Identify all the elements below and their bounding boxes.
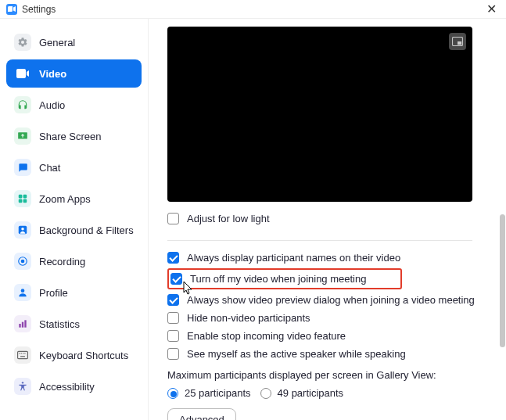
sidebar-item-label: Chat xyxy=(39,162,60,174)
option-label: Always show video preview dialog when jo… xyxy=(187,294,475,306)
share-screen-icon xyxy=(14,127,31,145)
sidebar-item-share-screen[interactable]: Share Screen xyxy=(6,122,142,150)
option-see-myself[interactable]: See myself as the active speaker while s… xyxy=(167,348,487,360)
sidebar-item-zoom-apps[interactable]: Zoom Apps xyxy=(6,185,142,213)
svg-rect-16 xyxy=(24,353,25,354)
sidebar-item-background[interactable]: Background & Filters xyxy=(6,216,142,244)
radio-label: 49 participants xyxy=(278,387,344,399)
option-label: Hide non-video participants xyxy=(187,312,310,324)
radio-option-49[interactable]: 49 participants xyxy=(260,387,344,399)
sidebar-item-label: Recording xyxy=(39,256,85,267)
checkbox-see-myself[interactable] xyxy=(167,348,179,360)
option-label: Always display participant names on thei… xyxy=(187,252,400,264)
chat-icon xyxy=(14,159,31,176)
option-stop-incoming[interactable]: Enable stop incoming video feature xyxy=(167,330,487,342)
svg-rect-0 xyxy=(19,195,23,199)
radio-49[interactable] xyxy=(260,388,271,399)
checkbox-hide-non-video[interactable] xyxy=(167,312,179,324)
radio-option-25[interactable]: 25 participants xyxy=(167,387,251,399)
option-adjust-low-light[interactable]: Adjust for low light xyxy=(167,213,487,224)
checkbox-display-names[interactable] xyxy=(167,252,179,264)
sidebar-item-label: Share Screen xyxy=(39,131,102,142)
svg-rect-13 xyxy=(19,353,20,354)
option-display-names[interactable]: Always display participant names on thei… xyxy=(167,252,487,264)
sidebar-item-label: Audio xyxy=(39,99,65,111)
option-label: Enable stop incoming video feature xyxy=(187,330,346,342)
sidebar-item-video[interactable]: Video xyxy=(6,59,142,88)
statistics-icon xyxy=(14,315,31,332)
svg-rect-3 xyxy=(23,199,27,203)
svg-rect-12 xyxy=(18,351,28,358)
svg-rect-17 xyxy=(20,356,25,357)
sidebar-item-label: Zoom Apps xyxy=(39,193,91,205)
sidebar-item-general[interactable]: General xyxy=(6,28,142,56)
content-panel: Adjust for low light Always display part… xyxy=(149,19,506,420)
keyboard-icon xyxy=(14,346,31,364)
option-label: Turn off my video when joining meeting xyxy=(190,273,366,285)
svg-rect-1 xyxy=(23,195,27,199)
headphones-icon xyxy=(14,96,31,113)
sidebar: General Video Audio Share Screen Chat xyxy=(0,19,149,420)
accessibility-icon xyxy=(14,378,31,395)
svg-point-8 xyxy=(21,289,25,293)
sidebar-item-chat[interactable]: Chat xyxy=(6,153,142,181)
svg-rect-20 xyxy=(458,41,461,45)
checkbox-stop-incoming[interactable] xyxy=(167,330,179,342)
sidebar-item-statistics[interactable]: Statistics xyxy=(6,310,142,338)
svg-rect-14 xyxy=(21,353,22,354)
zoom-app-icon xyxy=(6,4,17,15)
sidebar-item-audio[interactable]: Audio xyxy=(6,91,142,119)
sidebar-item-label: Profile xyxy=(39,287,68,299)
apps-icon xyxy=(14,190,31,207)
svg-rect-10 xyxy=(22,322,23,328)
svg-rect-2 xyxy=(19,199,23,203)
highlighted-option: Turn off my video when joining meeting xyxy=(167,268,402,289)
advanced-button[interactable]: Advanced xyxy=(167,408,236,420)
profile-icon xyxy=(14,284,31,301)
gear-icon xyxy=(14,34,31,51)
checkbox-turn-off-joining[interactable] xyxy=(170,273,182,285)
sidebar-item-label: Background & Filters xyxy=(39,224,134,236)
option-label: Adjust for low light xyxy=(187,213,270,224)
radio-25[interactable] xyxy=(167,388,178,399)
sidebar-item-label: General xyxy=(39,37,75,48)
svg-rect-11 xyxy=(24,320,26,327)
checkbox-adjust-low-light[interactable] xyxy=(167,213,179,224)
sidebar-item-label: Accessibility xyxy=(39,381,95,393)
svg-point-18 xyxy=(22,382,23,383)
video-icon xyxy=(14,65,31,82)
gallery-view-label: Maximum participants displayed per scree… xyxy=(167,369,487,381)
titlebar: Settings ✕ xyxy=(0,0,506,19)
option-preview-dialog[interactable]: Always show video preview dialog when jo… xyxy=(167,294,487,306)
video-preview xyxy=(167,27,472,202)
sidebar-item-label: Keyboard Shortcuts xyxy=(39,350,128,361)
sidebar-item-label: Video xyxy=(39,68,66,80)
option-label: See myself as the active speaker while s… xyxy=(187,348,406,360)
radio-label: 25 participants xyxy=(185,387,251,399)
sidebar-item-label: Statistics xyxy=(39,318,80,330)
recording-icon xyxy=(14,253,31,270)
divider xyxy=(167,240,472,241)
svg-point-7 xyxy=(21,260,25,264)
pip-icon[interactable] xyxy=(449,33,466,50)
gallery-radio-group: 25 participants 49 participants xyxy=(167,387,487,399)
sidebar-item-profile[interactable]: Profile xyxy=(6,278,142,307)
option-hide-non-video[interactable]: Hide non-video participants xyxy=(167,312,487,324)
svg-rect-15 xyxy=(23,353,23,354)
background-icon xyxy=(14,221,31,239)
checkbox-preview-dialog[interactable] xyxy=(167,294,179,306)
svg-rect-9 xyxy=(19,324,20,328)
scrollbar-thumb[interactable] xyxy=(500,214,505,347)
sidebar-item-keyboard[interactable]: Keyboard Shortcuts xyxy=(6,341,142,369)
sidebar-item-accessibility[interactable]: Accessibility xyxy=(6,372,142,400)
sidebar-item-recording[interactable]: Recording xyxy=(6,247,142,275)
window-title: Settings xyxy=(22,4,56,15)
close-button[interactable]: ✕ xyxy=(483,2,500,16)
svg-point-5 xyxy=(21,228,24,231)
